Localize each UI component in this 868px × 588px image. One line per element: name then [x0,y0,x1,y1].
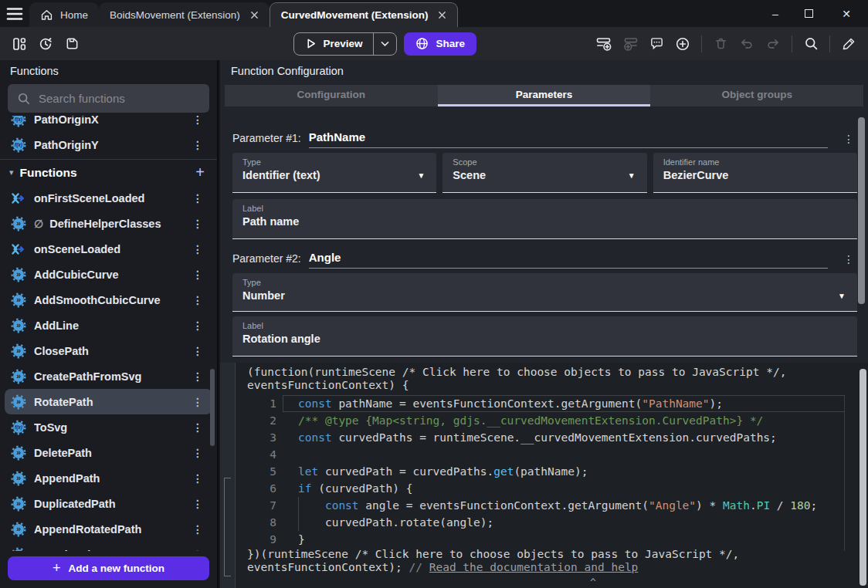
sidebar-title: Functions [0,60,217,79]
item-menu-icon[interactable]: ⋮ [189,370,206,383]
sidebar-item-appendpath[interactable]: »AppendPath⋮ [5,465,212,491]
parameter-1-type-select[interactable]: Type Identifier (text)▼ [232,153,436,193]
sidebar-item-definehelperclasses[interactable]: »∅DefineHelperClasses⋮ [5,211,212,236]
tab-object-groups[interactable]: Object groups [650,85,863,106]
item-menu-icon[interactable]: ⋮ [189,116,206,126]
sidebar-item-rotatepath[interactable]: »RotatePath⋮ [5,389,212,414]
sidebar-item-addcubiccurve[interactable]: »AddCubicCurve⋮ [5,262,212,287]
parameter-1-scope-select[interactable]: Scope Scene▼ [442,153,646,193]
maximize-button[interactable] [805,9,817,18]
search-icon[interactable] [799,32,822,56]
code-line-4[interactable]: 4 [236,446,868,463]
parameter-2-label-input[interactable]: Label Rotation angle [232,316,857,357]
item-menu-icon[interactable]: ⋮ [189,192,206,204]
sidebar-item-addsmoothcubiccurve[interactable]: »AddSmoothCubicCurve⋮ [5,287,212,313]
item-menu-icon[interactable]: ⋮ [189,218,206,230]
close-tab-icon[interactable] [250,11,259,19]
item-menu-icon[interactable]: ⋮ [189,269,206,281]
tab-boidsmovement-extension[interactable]: BoidsMovement (Extension) [99,2,270,27]
tab-parameters[interactable]: Parameters [438,85,651,106]
parameter-1-menu-icon[interactable]: ⋮ [840,133,857,148]
sidebar-item-onsceneloaded[interactable]: onSceneLoaded⋮ [5,236,212,262]
sidebar-item-duplicatedpath[interactable]: »DuplicatedPath⋮ [5,491,212,516]
sidebar-scrollbar[interactable] [210,369,215,446]
redo-icon[interactable] [761,32,785,56]
add-subevent-icon[interactable] [619,32,642,56]
collapse-caret-icon[interactable]: ^ [590,576,596,588]
item-menu-icon[interactable]: ⋮ [189,549,206,552]
config-scrollbar[interactable] [858,117,865,304]
tab-configuration[interactable]: Configuration [225,85,438,106]
item-menu-icon[interactable]: ⋮ [189,421,206,434]
sidebar-item-addline[interactable]: »AddLine⋮ [5,313,212,338]
tab-home[interactable]: Home [29,2,99,27]
tab-curvedmovement-extension[interactable]: CurvedMovement (Extension) [270,2,459,27]
action-function-icon: » [11,445,26,461]
trash-icon[interactable] [709,32,732,56]
collapse-triangle-icon[interactable]: ▾ [9,167,14,177]
sidebar-item-tosvg[interactable]: f(x)ToSvg⋮ [5,414,212,440]
add-event-icon[interactable] [592,32,615,56]
preview-button[interactable]: Preview [294,33,373,55]
add-function-button[interactable]: + Add a new function [8,556,209,580]
close-window-button[interactable]: ✕ [840,8,853,20]
add-function-plus-icon[interactable]: + [195,164,208,181]
search-functions-input[interactable] [39,92,200,105]
sidebar-item-createpathfromsvg[interactable]: »CreatePathFromSvg⋮ [5,363,212,389]
line-content: const angle = eventsFunctionContext.getA… [276,497,817,514]
item-menu-icon[interactable]: ⋮ [189,472,206,485]
sidebar-item-closepath[interactable]: »ClosePath⋮ [5,338,212,363]
share-button[interactable]: Share [404,32,476,56]
sidebar-item-speedscaley[interactable]: f(x)SpeedScaleY⋮ [5,542,212,551]
code-line-8[interactable]: 8 curvedPath.rotate(angle); [236,514,868,531]
code-line-5[interactable]: 5let curvedPath = curvedPaths.get(pathNa… [236,463,868,480]
editors-panel-icon[interactable] [8,32,31,56]
code-scrollbar[interactable] [860,369,866,586]
code-line-9[interactable]: 9} [236,531,868,548]
pen-icon[interactable] [837,32,860,56]
functions-section-header[interactable]: ▾Functions+ [0,159,217,185]
item-menu-icon[interactable]: ⋮ [189,243,206,255]
code-wrapper-header[interactable]: (function(runtimeScene /* Click here to … [236,363,868,392]
code-line-2[interactable]: 2/** @type {Map<string, gdjs.__curvedMov… [236,412,868,429]
code-line-7[interactable]: 7 const angle = eventsFunctionContext.ge… [236,497,868,514]
sidebar-item-pathoriginy[interactable]: f(x)PathOriginY⋮ [5,132,212,157]
code-event-handle[interactable] [220,363,236,588]
search-functions-box[interactable] [8,84,209,113]
code-line-1[interactable]: 1const pathName = eventsFunctionContext.… [236,395,868,412]
close-tab-icon[interactable] [438,11,446,19]
code-lines[interactable]: 1const pathName = eventsFunctionContext.… [236,395,868,548]
save-icon[interactable] [60,32,83,56]
add-comment-icon[interactable] [645,32,668,56]
item-menu-icon[interactable]: ⋮ [189,345,206,357]
sidebar-item-onfirstsceneloaded[interactable]: onFirstSceneLoaded⋮ [5,185,212,211]
window-controls: – ✕ [754,0,868,27]
undo-icon[interactable] [735,32,758,56]
sidebar-item-pathoriginx[interactable]: f(x)PathOriginX⋮ [5,116,212,132]
parameter-2-menu-icon[interactable]: ⋮ [840,253,857,269]
parameter-1-label-input[interactable]: Label Path name [232,199,857,239]
sidebar-item-appendrotatedpath[interactable]: »AppendRotatedPath⋮ [5,516,212,542]
code-line-6[interactable]: 6if (curvedPath) { [236,480,868,497]
item-menu-icon[interactable]: ⋮ [189,498,206,510]
function-name: onSceneLoaded [34,243,181,255]
parameter-1-identifier-input[interactable]: Identifier name BezierCurve [653,153,857,193]
code-editor[interactable]: (function(runtimeScene /* Click here to … [236,363,868,588]
sidebar-item-deletepath[interactable]: »DeletePath⋮ [5,440,212,465]
item-menu-icon[interactable]: ⋮ [189,447,206,459]
item-menu-icon[interactable]: ⋮ [189,139,206,151]
item-menu-icon[interactable]: ⋮ [189,523,206,536]
main-menu-icon[interactable] [0,0,29,27]
parameter-1-name-input[interactable]: PathName [309,130,828,148]
parameter-2-type-select[interactable]: Type Number▼ [232,273,857,312]
minimize-button[interactable]: – [769,8,782,20]
history-icon[interactable] [34,32,57,56]
parameter-2-name-input[interactable]: Angle [309,251,828,269]
item-menu-icon[interactable]: ⋮ [189,396,206,408]
documentation-link[interactable]: Read the documentation and help [429,561,639,573]
code-line-3[interactable]: 3const curvedPaths = runtimeScene.__curv… [236,429,868,446]
item-menu-icon[interactable]: ⋮ [189,319,206,332]
item-menu-icon[interactable]: ⋮ [189,294,206,306]
preview-options-button[interactable] [373,33,396,55]
add-circle-icon[interactable] [671,32,694,56]
